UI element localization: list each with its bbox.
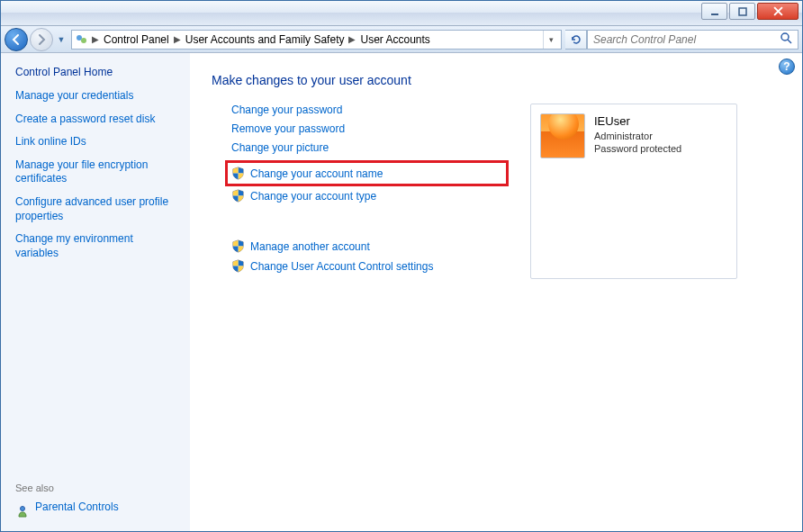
action-link[interactable]: Change your picture: [231, 141, 329, 154]
user-role: Administrator: [594, 130, 681, 143]
user-name: IEUser: [594, 113, 681, 130]
sidebar-link-password-reset[interactable]: Create a password reset disk: [15, 113, 179, 127]
control-panel-icon: [74, 32, 90, 48]
user-protection: Password protected: [594, 142, 681, 156]
maximize-button[interactable]: [729, 3, 755, 20]
page-heading: Make changes to your user account: [212, 73, 780, 87]
action-remove-password[interactable]: Remove your password: [231, 122, 509, 135]
minimize-button[interactable]: [701, 3, 727, 20]
shield-icon: [231, 239, 245, 253]
svg-point-3: [81, 38, 86, 43]
svg-point-6: [21, 506, 25, 510]
sidebar-link-encryption-certificates[interactable]: Manage your file encryption certificates: [15, 158, 179, 186]
close-button[interactable]: [757, 3, 798, 20]
parental-controls-icon: [15, 504, 30, 521]
avatar: [540, 113, 585, 158]
action-link[interactable]: Manage another account: [250, 240, 370, 253]
nav-history-dropdown[interactable]: ▼: [55, 28, 68, 51]
titlebar: [1, 1, 802, 26]
sidebar-link-profile-properties[interactable]: Configure advanced user profile properti…: [15, 195, 179, 223]
action-link[interactable]: Change your account type: [250, 190, 376, 203]
search-icon[interactable]: [780, 32, 792, 47]
nav-back-button[interactable]: [5, 28, 28, 51]
main-content: ? Make changes to your user account Chan…: [190, 53, 802, 532]
shield-icon: [231, 259, 245, 273]
svg-rect-0: [711, 14, 718, 15]
see-also-label: See also: [15, 482, 179, 493]
user-card: IEUser Administrator Password protected: [530, 104, 737, 279]
sidebar: Control Panel Home Manage your credentia…: [1, 53, 190, 532]
svg-rect-1: [739, 8, 746, 15]
refresh-button[interactable]: [565, 30, 587, 50]
svg-point-4: [781, 33, 789, 41]
breadcrumb-separator: ▶: [90, 34, 101, 44]
search-box[interactable]: [587, 30, 798, 50]
svg-line-5: [788, 40, 791, 43]
action-change-password[interactable]: Change your password: [231, 104, 509, 116]
action-manage-another-account[interactable]: Manage another account: [231, 239, 509, 253]
action-link[interactable]: Change your account name: [250, 167, 383, 180]
breadcrumb-item[interactable]: User Accounts: [357, 33, 432, 46]
shield-icon: [231, 189, 245, 203]
breadcrumb-separator: ▶: [347, 34, 357, 44]
address-bar[interactable]: ▶ Control Panel ▶ User Accounts and Fami…: [71, 30, 562, 50]
sidebar-link-parental-controls[interactable]: Parental Controls: [35, 500, 119, 515]
action-link[interactable]: Change your password: [231, 104, 342, 116]
sidebar-home-link[interactable]: Control Panel Home: [15, 66, 179, 78]
address-dropdown[interactable]: ▾: [543, 31, 559, 49]
svg-point-2: [77, 35, 82, 41]
help-icon[interactable]: ?: [779, 59, 795, 75]
account-actions: Change your password Remove your passwor…: [212, 104, 509, 279]
nav-forward-button[interactable]: [30, 28, 53, 51]
sidebar-link-environment-variables[interactable]: Change my environment variables: [15, 232, 179, 260]
shield-icon: [231, 167, 245, 180]
breadcrumb-item[interactable]: Control Panel: [101, 33, 172, 46]
user-info: IEUser Administrator Password protected: [594, 113, 681, 156]
breadcrumb-separator: ▶: [172, 34, 183, 44]
sidebar-link-online-ids[interactable]: Link online IDs: [15, 135, 179, 149]
navbar: ▼ ▶ Control Panel ▶ User Accounts and Fa…: [1, 26, 802, 53]
breadcrumb-item[interactable]: User Accounts and Family Safety: [183, 33, 347, 46]
action-change-account-name[interactable]: Change your account name: [225, 160, 509, 186]
action-change-picture[interactable]: Change your picture: [231, 141, 509, 154]
action-change-uac-settings[interactable]: Change User Account Control settings: [231, 259, 509, 273]
action-link[interactable]: Remove your password: [231, 122, 345, 135]
sidebar-link-credentials[interactable]: Manage your credentials: [15, 89, 179, 104]
action-link[interactable]: Change User Account Control settings: [250, 260, 433, 273]
search-input[interactable]: [593, 33, 780, 46]
action-change-account-type[interactable]: Change your account type: [231, 189, 509, 203]
